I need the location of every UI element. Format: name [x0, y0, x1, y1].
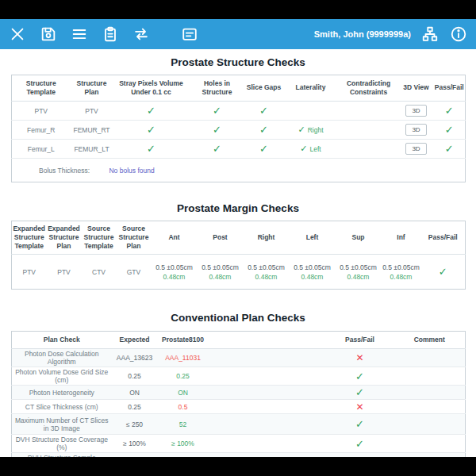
margin-checks-header-row: Expanded Structure Template Expanded Str… [12, 221, 466, 255]
column-header: Source Structure Template [82, 221, 117, 255]
menu-icon[interactable] [70, 25, 89, 44]
expected-value: ≥ 100% [112, 435, 158, 453]
column-header: Pass/Fail [326, 332, 394, 349]
column-header: Slice Gaps [245, 75, 283, 102]
plan-checks-title: Conventional Plan Checks [0, 290, 476, 324]
structure-checks-table: Structure Template Structure Plan Stray … [11, 75, 466, 182]
margin-right: 0.5 ±0.05cm 0.48cm [244, 255, 290, 290]
margin-checks-title: Prostate Margin Checks [0, 182, 476, 214]
column-header: Sup [336, 221, 382, 255]
column-header: Prostate8100 [158, 332, 209, 349]
toolbar-right-group: Smith, John (9999999a) [314, 25, 468, 44]
transfer-arrows-icon[interactable] [132, 25, 151, 44]
view-3d-button[interactable]: 3D [405, 143, 426, 155]
laterality-status: ✓ [298, 125, 305, 135]
structure-template: PTV [12, 102, 71, 121]
structure-plan: FEMUR_LT [71, 140, 113, 159]
comment-cell [394, 349, 466, 367]
margin-sup: 0.5 ±0.05cm 0.48cm [336, 255, 382, 290]
actual-value: 52 [158, 414, 209, 435]
contradicting-constraints [339, 102, 399, 121]
column-header: Left [290, 221, 336, 255]
slice-gaps-status: ✓ [259, 124, 268, 136]
pass-fail-status: ✓ [445, 124, 454, 136]
laterality-label: Left [310, 145, 321, 153]
notes-icon[interactable] [180, 25, 199, 44]
column-header: Right [244, 221, 290, 255]
comment-cell [394, 435, 466, 453]
stray-pixels-status: ✓ [147, 105, 155, 117]
expanded-structure-plan: PTV [47, 255, 82, 290]
table-row: Photon Volume Dose Grid Size (cm) 0.25 0… [12, 367, 466, 386]
holes-status: ✓ [213, 124, 221, 136]
patient-name: Smith, John (9999999a) [314, 29, 411, 39]
column-header: Contradicting Constraints [339, 75, 399, 102]
close-icon[interactable] [8, 25, 27, 44]
column-header: Inf [382, 221, 421, 255]
table-row: DVH Structure Dose Coverage (%) ≥ 100% ≥… [12, 435, 466, 453]
bolus-thickness-label: Bolus Thickness: [39, 167, 90, 175]
table-row: CT Slice Thickness (cm) 0.25 0.5 ✕ [12, 400, 466, 414]
margin-checks-table: Expanded Structure Template Expanded Str… [11, 221, 466, 290]
toolbar: Smith, John (9999999a) [0, 19, 476, 49]
table-row: PTV PTV ✓ ✓ ✓ 3D ✓ [12, 102, 466, 121]
structure-plan: FEMUR_RT [71, 121, 113, 140]
column-header: Structure Template [12, 75, 71, 102]
comment-cell [394, 367, 466, 386]
column-header: Post [198, 221, 244, 255]
pass-fail-status: ✕ [355, 401, 363, 413]
plan-check-label: Photon Volume Dose Grid Size (cm) [12, 367, 112, 386]
margin-ant: 0.5 ±0.05cm 0.48cm [152, 255, 198, 290]
expected-value: ON [112, 386, 158, 400]
structure-template: Femur_L [12, 140, 71, 159]
plan-check-label: Maximum Number of CT Slices in 3D Image [12, 414, 112, 435]
actual-value: ≥ 100% [158, 435, 209, 453]
save-icon[interactable] [39, 25, 58, 44]
plan-check-label: Photon Dose Calculation Algorithm [12, 349, 112, 367]
info-icon[interactable] [449, 25, 468, 44]
laterality-status: ✓ [300, 144, 307, 154]
margin-post: 0.5 ±0.05cm 0.48cm [198, 255, 244, 290]
table-row: PTV PTV CTV GTV 0.5 ±0.05cm 0.48cm 0.5 ±… [12, 255, 466, 290]
source-structure-template: CTV [82, 255, 117, 290]
bolus-thickness-link[interactable]: No bolus found [109, 167, 154, 175]
column-header: Pass/Fail [434, 75, 466, 102]
column-header: Holes in Structure [190, 75, 245, 102]
actual-value: 0.25 [158, 367, 209, 386]
column-header: Pass/Fail [421, 221, 466, 255]
plan-check-label: Photon Heterogeneity [12, 386, 112, 400]
structure-plan: PTV [71, 102, 113, 121]
structure-checks-title: Prostate Structure Checks [0, 49, 476, 68]
pass-fail-status: ✓ [355, 370, 364, 382]
contradicting-constraints [339, 140, 399, 159]
column-header: Expanded Structure Plan [47, 221, 82, 255]
pass-fail-status: ✓ [355, 456, 364, 458]
clipboard-icon[interactable] [101, 25, 120, 44]
stray-pixels-status: ✓ [147, 143, 155, 155]
app-window: Smith, John (9999999a) Prostate Structur… [0, 0, 476, 476]
view-3d-button[interactable]: 3D [405, 105, 426, 117]
table-row: Photon Dose Calculation Algorithm AAA_13… [12, 349, 466, 367]
comment-cell [394, 400, 466, 414]
column-header: 3D View [399, 75, 434, 102]
report-page: Prostate Structure Checks Structure Temp… [0, 49, 476, 457]
pass-fail-status: ✓ [445, 143, 454, 155]
view-3d-button[interactable]: 3D [405, 124, 426, 136]
structure-checks-header-row: Structure Template Structure Plan Stray … [12, 75, 466, 102]
pass-fail-status: ✓ [355, 438, 364, 450]
column-header-spacer [209, 332, 326, 349]
structure-template: Femur_R [12, 121, 71, 140]
column-header: Laterality [283, 75, 339, 102]
expected-value: 0.25 [112, 400, 158, 414]
table-row: Femur_R FEMUR_RT ✓ ✓ ✓ ✓Right 3D ✓ [12, 121, 466, 140]
column-header: Expanded Structure Template [12, 221, 47, 255]
expected-value: 0.25 [112, 367, 158, 386]
plan-checks-table: Plan Check Expected Prostate8100 Pass/Fa… [11, 331, 466, 457]
holes-status: ✓ [213, 105, 221, 117]
toolbar-icon-group [8, 25, 199, 44]
contradicting-constraints [339, 121, 399, 140]
bolus-row: Bolus Thickness: No bolus found [12, 159, 466, 182]
actual-value: 0.5 [158, 400, 209, 414]
network-icon[interactable] [420, 25, 440, 44]
source-structure-plan: GTV [117, 255, 152, 290]
